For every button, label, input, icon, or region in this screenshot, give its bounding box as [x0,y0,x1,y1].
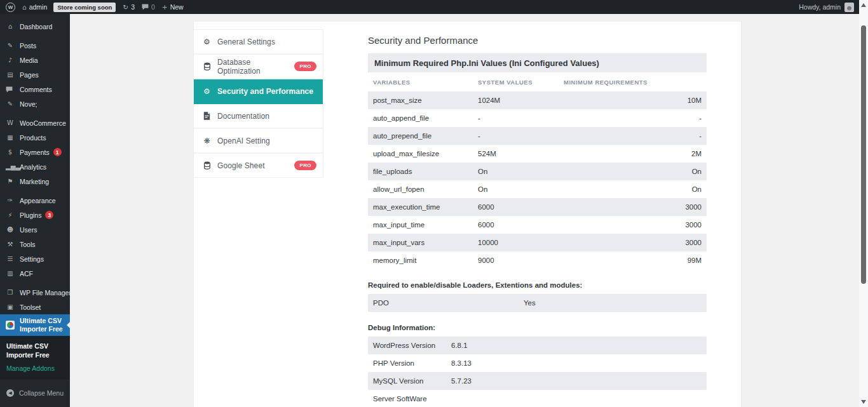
panel-title: Security and Performance [368,35,707,46]
sidebar-item-label: Appearance [20,197,56,204]
sidebar-item-analytics[interactable]: ▂▅▃Analytics [0,159,70,174]
system-value: 6000 [478,203,564,211]
sidebar-item-nove[interactable]: ✎Nove; [0,97,70,111]
new-menu[interactable]: + New [162,3,184,11]
pro-badge: PRO [294,161,316,170]
scrollbar-up-arrow-icon[interactable] [861,3,866,7]
tab-documentation[interactable]: Documentation [194,104,323,129]
comments-icon [6,86,15,93]
submenu-item-ultimate-csv-importer[interactable]: Ultimate CSV Importer Free [0,340,70,362]
users-icon: ☻ [6,226,15,233]
plugin-settings-tabs: ⚙General SettingsDatabase OptimizationPR… [194,29,323,178]
admin-bar: W ⌂ admin Store coming soon ↻ 3 0 + New … [0,0,859,14]
sidebar-item-ultimate-csv-importer[interactable]: Ultimate CSV Importer Free [0,314,70,336]
debug-row: PHP Version8.3.13 [368,354,707,372]
collapse-menu-button[interactable]: ◀ Collapse Menu [0,385,70,400]
avatar[interactable]: ☻ [844,3,854,12]
sidebar-item-tools[interactable]: ⚒Tools [0,237,70,251]
sidebar-item-comments[interactable]: Comments [0,82,70,97]
wordpress-logo-icon[interactable]: W [6,3,15,12]
updates-count: 3 [131,3,135,11]
scrollbar-down-arrow-icon[interactable] [861,400,866,404]
sidebar-item-plugins[interactable]: ⚡Plugins3 [0,208,70,222]
sidebar-item-label: Dashboard [20,23,52,30]
ini-table-row: upload_max_filesize524M2M [368,145,707,163]
sidebar-item-label: Payments [20,149,50,156]
tab-openai-setting[interactable]: ❋OpenAI Setting [194,129,323,154]
tab-label: Security and Performance [217,87,313,96]
sidebar-item-media[interactable]: ♪Media [0,53,70,67]
scrollbar-thumb[interactable] [861,25,866,284]
media-icon: ♪ [6,57,15,63]
coming-soon-badge[interactable]: Store coming soon [53,3,116,12]
appearance-icon: ✑ [6,197,15,204]
payments-icon: $ [6,149,15,156]
ini-table-row: auto_append_file-- [368,109,707,127]
site-name: admin [29,3,48,11]
site-menu[interactable]: ⌂ admin [22,3,47,11]
woocommerce-icon: W [6,119,15,126]
sidebar-item-wp-file-manager[interactable]: ❒WP File Manager [0,285,70,300]
loaders-section-title: Required to enable/disable Loaders, Exte… [368,281,707,289]
tab-general-settings[interactable]: ⚙General Settings [194,30,323,55]
file-manager-icon: ❒ [6,289,15,296]
plugin-settings-card: ⚙General SettingsDatabase OptimizationPR… [194,22,741,407]
sidebar-item-dashboard[interactable]: ⌂Dashboard [0,19,70,34]
submenu-item-manage-addons[interactable]: Manage Addons [0,362,70,375]
sidebar-item-products[interactable]: ▦Products [0,130,70,145]
sidebar-item-payments[interactable]: $Payments1 [0,145,70,159]
database-icon [202,62,212,70]
sidebar-item-appearance[interactable]: ✑Appearance [0,193,70,208]
loader-name: PDO [373,299,524,307]
sidebar-item-label: Posts [20,42,36,50]
sidebar-item-woocommerce[interactable]: WWooCommerce [0,116,70,130]
minimum-requirement: On [564,185,702,193]
minimum-requirement: - [564,132,702,140]
posts-icon: ✎ [6,100,15,107]
content-area: ⚙General SettingsDatabase OptimizationPR… [70,14,859,407]
sidebar-item-pages[interactable]: ▤Pages [0,67,70,82]
collapse-arrow-icon: ◀ [6,389,14,397]
tab-google-sheet[interactable]: Google SheetPRO [194,154,323,177]
sidebar-item-label: ACF [20,270,33,277]
minimum-requirement: 3000 [564,221,702,229]
variable-name: post_max_size [373,97,478,104]
sidebar-item-settings[interactable]: ☰Settings [0,251,70,266]
sidebar-item-label: WooCommerce [20,119,66,127]
sidebar-item-label: Toolset [20,304,41,311]
ini-table-row: auto_prepend_file-- [368,127,707,145]
tab-label: OpenAI Setting [217,137,270,145]
page-scrollbar[interactable] [859,0,868,407]
debug-row: Server SoftWare [368,390,707,407]
variable-name: memory_limit [373,257,478,264]
csv-importer-submenu: Ultimate CSV Importer Free Manage Addons [0,336,70,380]
howdy-text[interactable]: Howdy, admin [799,3,841,11]
settings-panel: Security and Performance Minimum Require… [368,22,707,407]
sidebar-item-label: Settings [20,255,44,263]
system-value: 9000 [478,257,564,264]
sidebar-item-acf[interactable]: ▥ACF [0,266,70,281]
sidebar-item-toolset[interactable]: ▣Toolset [0,300,70,314]
system-value: 10000 [478,239,564,246]
variable-name: file_uploads [373,168,478,175]
minimum-requirement: 99M [564,257,702,264]
sidebar-item-users[interactable]: ☻Users [0,222,70,237]
csv-item-line2: Importer Free [20,325,63,333]
ini-table-row: max_input_time60003000 [368,216,707,234]
updates-menu[interactable]: ↻ 3 [123,3,135,11]
tab-database-optimization[interactable]: Database OptimizationPRO [194,55,323,79]
sidebar-item-label: Comments [20,86,52,93]
column-system-values: SYSTEM VALUES [478,79,564,86]
variable-name: max_execution_time [373,203,478,211]
comments-menu[interactable]: 0 [142,3,155,11]
sidebar-item-label: Analytics [20,163,46,171]
debug-row: WordPress Version6.8.1 [368,337,707,354]
tab-security-and-performance[interactable]: ⚙Security and Performance [194,79,323,104]
sidebar-item-marketing[interactable]: ⚑Marketing [0,174,70,189]
comments-count: 0 [151,3,155,11]
active-item-arrow-icon [67,322,70,328]
sidebar-item-label: Users [20,226,37,234]
sidebar-item-posts[interactable]: ✎Posts [0,38,70,53]
system-value: On [478,168,564,175]
system-value: On [478,185,564,193]
